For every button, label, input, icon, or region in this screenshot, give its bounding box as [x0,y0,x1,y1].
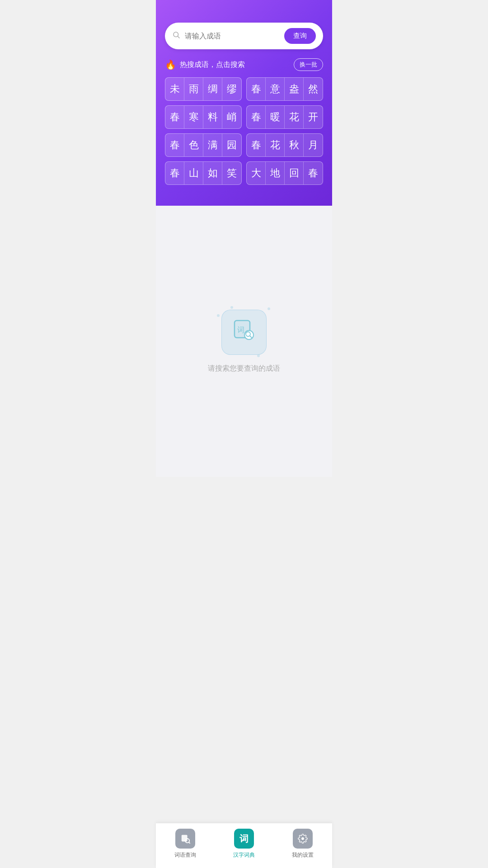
chengyu-char: 开 [304,106,323,128]
chengyu-char: 雨 [184,78,203,100]
decorative-dot [257,354,260,357]
chengyu-char: 意 [266,78,285,100]
chengyu-char: 春 [165,106,184,128]
chengyu-char: 地 [266,162,285,184]
main-content: 词 请搜索您要查询的成语 [156,206,332,477]
chengyu-char: 满 [203,134,222,156]
chengyu-char: 色 [184,134,203,156]
svg-line-1 [178,36,179,38]
svg-point-0 [174,32,178,37]
chengyu-char: 园 [222,134,241,156]
hot-search-title: 热搜成语，点击搜索 [180,60,245,70]
chengyu-char: 峭 [222,106,241,128]
chengyu-char: 缪 [222,78,241,100]
decorative-dot [230,306,233,309]
chengyu-char: 春 [165,162,184,184]
hot-title-wrap: 🔥 热搜成语，点击搜索 [165,59,245,70]
chengyu-card-right-2[interactable]: 春花秋月 [246,133,323,157]
chengyu-char: 如 [203,162,222,184]
chengyu-char: 然 [304,78,323,100]
refresh-button[interactable]: 换一批 [294,58,323,71]
chengyu-char: 寒 [184,106,203,128]
chengyu-char: 春 [247,78,266,100]
chengyu-char: 大 [247,162,266,184]
chengyu-char: 未 [165,78,184,100]
chengyu-card-left-2[interactable]: 春色满园 [165,133,242,157]
search-icon [172,31,180,41]
chengyu-char: 暖 [266,106,285,128]
dictionary-icon: 词 [233,319,255,345]
header-section: 查询 🔥 热搜成语，点击搜索 换一批 未雨绸缪春意盎然春寒料峭春暖花开春色满园春… [156,0,332,206]
decorative-dot [217,314,220,317]
empty-text: 请搜索您要查询的成语 [208,364,280,373]
chengyu-char: 盎 [285,78,304,100]
chengyu-char: 春 [165,134,184,156]
chengyu-card-right-0[interactable]: 春意盎然 [246,77,323,101]
chengyu-char: 花 [266,134,285,156]
svg-text:词: 词 [237,326,244,334]
search-button[interactable]: 查询 [284,28,316,44]
hot-search-header: 🔥 热搜成语，点击搜索 换一批 [165,58,323,71]
chengyu-char: 绸 [203,78,222,100]
search-input[interactable] [185,32,284,40]
chengyu-char: 月 [304,134,323,156]
chengyu-char: 花 [285,106,304,128]
chengyu-char: 笑 [222,162,241,184]
chengyu-char: 回 [285,162,304,184]
chengyu-card-right-3[interactable]: 大地回春 [246,161,323,185]
search-bar: 查询 [165,23,323,49]
chengyu-card-right-1[interactable]: 春暖花开 [246,105,323,129]
chengyu-char: 春 [247,106,266,128]
empty-icon-box: 词 [221,310,267,355]
chengyu-card-left-1[interactable]: 春寒料峭 [165,105,242,129]
fire-icon: 🔥 [165,59,176,70]
chengyu-char: 春 [247,134,266,156]
chengyu-char: 春 [304,162,323,184]
chengyu-grid: 未雨绸缪春意盎然春寒料峭春暖花开春色满园春花秋月春山如笑大地回春 [165,77,323,185]
hot-search-section: 🔥 热搜成语，点击搜索 换一批 未雨绸缪春意盎然春寒料峭春暖花开春色满园春花秋月… [165,58,323,185]
chengyu-char: 料 [203,106,222,128]
empty-icon-wrap: 词 [221,310,267,355]
decorative-dot [267,307,270,310]
chengyu-card-left-3[interactable]: 春山如笑 [165,161,242,185]
chengyu-card-left-0[interactable]: 未雨绸缪 [165,77,242,101]
chengyu-char: 山 [184,162,203,184]
chengyu-char: 秋 [285,134,304,156]
